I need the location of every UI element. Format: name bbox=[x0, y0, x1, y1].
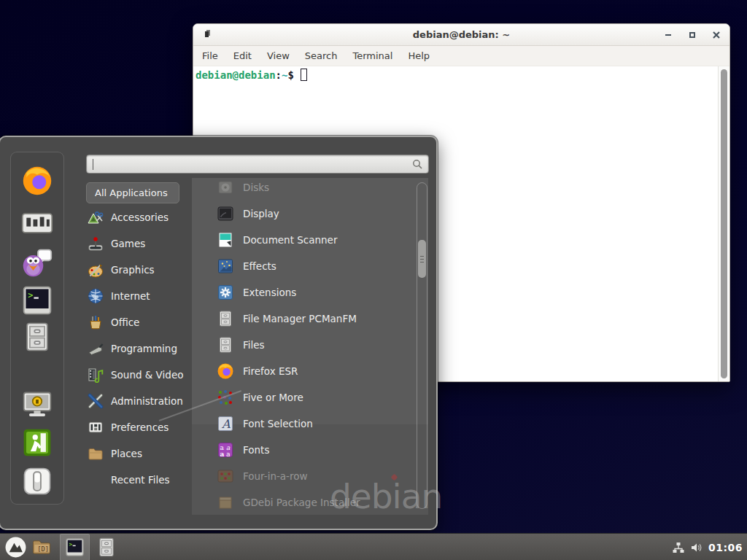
internet-icon bbox=[88, 288, 104, 304]
font-selection-icon: A bbox=[217, 415, 234, 432]
svg-text:[D]: [D] bbox=[37, 545, 49, 553]
lock-screen-icon bbox=[21, 389, 53, 421]
taskbar-files-button[interactable] bbox=[96, 537, 117, 558]
folder-d-icon: [D] bbox=[31, 537, 53, 558]
maximize-button[interactable] bbox=[688, 31, 697, 39]
app-item-five-or-more[interactable]: Five or More bbox=[192, 384, 411, 411]
favorite-firefox[interactable] bbox=[21, 165, 53, 197]
app-item-files[interactable]: Files bbox=[192, 332, 411, 358]
four-in-a-row-icon bbox=[217, 467, 234, 485]
favorite-terminal[interactable]: > bbox=[21, 284, 53, 316]
package-icon bbox=[217, 494, 234, 511]
svg-text:a: a bbox=[220, 451, 225, 458]
svg-text:>: > bbox=[69, 541, 72, 548]
app-item-file-manager-pcmanfm[interactable]: File Manager PCManFM bbox=[192, 306, 411, 332]
fonts-icon: aaaa bbox=[217, 441, 234, 459]
app-list-scrollbar[interactable] bbox=[417, 182, 427, 509]
application-list: Disks Display Document Scanner Effects E… bbox=[192, 178, 428, 515]
games-icon bbox=[88, 236, 104, 252]
distro-logo-icon bbox=[4, 536, 27, 559]
app-item-display[interactable]: Display bbox=[192, 201, 411, 227]
category-places[interactable]: Places bbox=[88, 440, 191, 467]
svg-text:a: a bbox=[226, 451, 231, 458]
shell-prompt: debian@debian:~$ bbox=[196, 69, 307, 81]
terminal-scrollbar-thumb[interactable] bbox=[721, 69, 727, 378]
taskbar-terminal-button[interactable]: > bbox=[60, 534, 90, 560]
category-graphics[interactable]: Graphics bbox=[88, 257, 191, 283]
window-title: debian@debian: ~ bbox=[193, 29, 729, 40]
app-item-firefox-esr[interactable]: Firefox ESR bbox=[192, 358, 411, 384]
extensions-icon bbox=[217, 284, 234, 301]
pidgin-icon bbox=[21, 246, 53, 279]
search-icon bbox=[412, 159, 423, 170]
clock[interactable]: 01:06 bbox=[708, 542, 743, 553]
menu-view[interactable]: View bbox=[267, 50, 290, 61]
filter-all-applications[interactable]: All Applications bbox=[86, 182, 179, 203]
disks-icon bbox=[217, 179, 234, 196]
category-accessories[interactable]: Accessories bbox=[88, 204, 191, 230]
app-item-four-in-a-row[interactable]: Four-in-a-row bbox=[192, 463, 411, 489]
effects-icon bbox=[217, 257, 234, 275]
app-item-document-scanner[interactable]: Document Scanner bbox=[192, 227, 411, 253]
five-or-more-icon bbox=[217, 389, 234, 406]
category-sound-video[interactable]: Sound & Video bbox=[88, 362, 191, 388]
file-cabinet-icon bbox=[217, 310, 234, 327]
svg-text:A: A bbox=[221, 417, 231, 431]
network-icon[interactable] bbox=[672, 541, 685, 554]
app-item-fonts[interactable]: aaaa Fonts bbox=[192, 437, 411, 463]
favorite-pidgin[interactable] bbox=[21, 246, 53, 279]
terminal-scrollbar[interactable] bbox=[718, 66, 729, 381]
terminal-cursor bbox=[301, 69, 307, 81]
file-cabinet-icon bbox=[217, 336, 234, 354]
svg-text:>: > bbox=[28, 290, 33, 300]
menu-terminal[interactable]: Terminal bbox=[352, 50, 392, 61]
favorite-settings-mixer[interactable] bbox=[21, 207, 53, 239]
application-menu: > All Applications Accessories Games Gra… bbox=[0, 136, 438, 530]
category-programming[interactable]: Programming bbox=[88, 335, 191, 362]
terminal-titlebar[interactable]: debian@debian: ~ bbox=[193, 24, 729, 46]
menu-search[interactable]: Search bbox=[305, 50, 338, 61]
category-administration[interactable]: Administration bbox=[88, 388, 191, 414]
text-caret bbox=[93, 159, 93, 170]
administration-icon bbox=[88, 393, 104, 409]
minimize-button[interactable] bbox=[664, 31, 673, 39]
terminal-window-icon bbox=[205, 31, 209, 37]
settings-mixer-icon bbox=[21, 207, 53, 239]
app-search-input[interactable] bbox=[86, 155, 429, 174]
favorite-shut-down[interactable] bbox=[21, 465, 53, 497]
category-games[interactable]: Games bbox=[88, 230, 191, 257]
menu-help[interactable]: Help bbox=[408, 50, 430, 61]
terminal-icon: > bbox=[60, 534, 90, 560]
sound-video-icon bbox=[88, 367, 104, 383]
file-cabinet-icon bbox=[21, 321, 53, 353]
office-icon bbox=[88, 314, 104, 330]
category-recent-files[interactable]: Recent Files bbox=[88, 467, 191, 493]
favorite-file-manager[interactable] bbox=[21, 321, 53, 353]
firefox-icon bbox=[21, 165, 53, 197]
category-preferences[interactable]: Preferences bbox=[88, 414, 191, 440]
terminal-icon: > bbox=[21, 284, 53, 316]
accessories-icon bbox=[88, 209, 104, 225]
favorite-lock-screen[interactable] bbox=[21, 389, 53, 421]
category-internet[interactable]: Internet bbox=[88, 283, 191, 309]
app-item-font-selection[interactable]: A Font Selection bbox=[192, 411, 411, 437]
app-item-effects[interactable]: Effects bbox=[192, 253, 411, 279]
terminal-menubar: File Edit View Search Terminal Help bbox=[193, 46, 729, 66]
menu-edit[interactable]: Edit bbox=[233, 50, 252, 61]
taskbar: [D] > 01:06 bbox=[0, 533, 747, 560]
favorite-log-out[interactable] bbox=[21, 427, 53, 459]
display-icon bbox=[217, 205, 234, 222]
volume-icon[interactable] bbox=[690, 541, 703, 554]
app-item-extensions[interactable]: Extensions bbox=[192, 279, 411, 306]
category-office[interactable]: Office bbox=[88, 309, 191, 335]
file-cabinet-icon bbox=[96, 537, 117, 558]
app-list-scrollbar-thumb[interactable] bbox=[418, 240, 426, 278]
app-item-gdebi-package-installer[interactable]: GDebi Package Installer bbox=[192, 489, 411, 515]
app-item-disks[interactable]: Disks bbox=[192, 178, 411, 201]
taskbar-file-manager-button[interactable]: [D] bbox=[31, 537, 53, 558]
menu-file[interactable]: File bbox=[202, 50, 218, 61]
programming-icon bbox=[88, 341, 104, 357]
document-scanner-icon bbox=[217, 231, 234, 249]
menu-button[interactable] bbox=[4, 536, 27, 559]
close-button[interactable] bbox=[712, 31, 721, 39]
